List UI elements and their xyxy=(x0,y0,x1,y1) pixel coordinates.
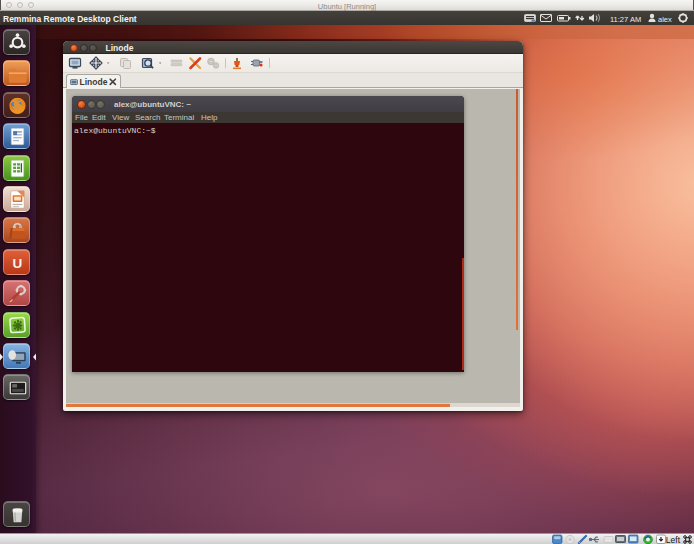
svg-text:U: U xyxy=(13,256,23,271)
